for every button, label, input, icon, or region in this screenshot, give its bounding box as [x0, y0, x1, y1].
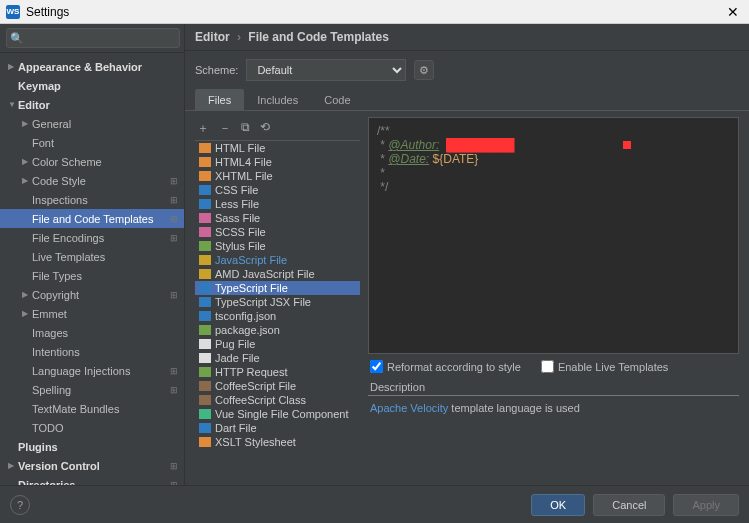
sidebar-item-live-templates[interactable]: Live Templates — [0, 247, 184, 266]
sidebar-item-label: TODO — [32, 422, 178, 434]
breadcrumb: Editor › File and Code Templates — [185, 24, 749, 51]
sidebar-item-appearance-behavior[interactable]: Appearance & Behavior — [0, 57, 184, 76]
template-item-jade-file[interactable]: Jade File — [195, 351, 360, 365]
cancel-button[interactable]: Cancel — [593, 494, 665, 516]
template-item-label: HTML File — [215, 142, 265, 154]
sidebar-item-label: Version Control — [18, 460, 166, 472]
titlebar: WS Settings ✕ — [0, 0, 749, 24]
sidebar-item-label: Intentions — [32, 346, 178, 358]
breadcrumb-b: File and Code Templates — [248, 30, 388, 44]
template-item-label: XSLT Stylesheet — [215, 436, 296, 448]
sidebar-item-general[interactable]: General — [0, 114, 184, 133]
sidebar-item-label: TextMate Bundles — [32, 403, 178, 415]
template-item-label: package.json — [215, 324, 280, 336]
sidebar-item-language-injections[interactable]: Language Injections⊞ — [0, 361, 184, 380]
scheme-gear-button[interactable]: ⚙ — [414, 60, 434, 80]
template-item-label: HTTP Request — [215, 366, 288, 378]
search-input[interactable] — [6, 28, 180, 48]
reformat-checkbox[interactable]: Reformat according to style — [370, 360, 521, 373]
template-item-pug-file[interactable]: Pug File — [195, 337, 360, 351]
tab-includes[interactable]: Includes — [244, 89, 311, 110]
sidebar-item-file-types[interactable]: File Types — [0, 266, 184, 285]
tab-code[interactable]: Code — [311, 89, 363, 110]
sidebar-item-intentions[interactable]: Intentions — [0, 342, 184, 361]
template-item-less-file[interactable]: Less File — [195, 197, 360, 211]
sidebar-item-directories[interactable]: Directories⊞ — [0, 475, 184, 485]
sidebar-item-label: Spelling — [32, 384, 166, 396]
sidebar-item-font[interactable]: Font — [0, 133, 184, 152]
sidebar-item-plugins[interactable]: Plugins — [0, 437, 184, 456]
enable-live-templates-checkbox[interactable]: Enable Live Templates — [541, 360, 668, 373]
template-item-amd-javascript-file[interactable]: AMD JavaScript File — [195, 267, 360, 281]
template-item-typescript-file[interactable]: TypeScript File — [195, 281, 360, 295]
sidebar-item-version-control[interactable]: Version Control⊞ — [0, 456, 184, 475]
sidebar: 🔍 Appearance & BehaviorKeymapEditorGener… — [0, 24, 185, 485]
template-item-label: CoffeeScript File — [215, 380, 296, 392]
sidebar-item-todo[interactable]: TODO — [0, 418, 184, 437]
tab-files[interactable]: Files — [195, 89, 244, 110]
sidebar-item-emmet[interactable]: Emmet — [0, 304, 184, 323]
file-type-icon — [199, 395, 211, 405]
template-editor[interactable]: /** * @Author: ████████ * @Date: ${DATE}… — [368, 117, 739, 354]
help-button[interactable]: ? — [10, 495, 30, 515]
template-item-coffeescript-file[interactable]: CoffeeScript File — [195, 379, 360, 393]
ok-button[interactable]: OK — [531, 494, 585, 516]
template-item-css-file[interactable]: CSS File — [195, 183, 360, 197]
sidebar-item-label: File Types — [32, 270, 178, 282]
chevron-down-icon — [8, 100, 18, 109]
template-item-scss-file[interactable]: SCSS File — [195, 225, 360, 239]
velocity-link[interactable]: Apache Velocity — [370, 402, 448, 414]
project-scope-icon: ⊞ — [170, 461, 178, 471]
template-item-javascript-file[interactable]: JavaScript File — [195, 253, 360, 267]
sidebar-item-editor[interactable]: Editor — [0, 95, 184, 114]
sidebar-item-images[interactable]: Images — [0, 323, 184, 342]
template-item-xslt-stylesheet[interactable]: XSLT Stylesheet — [195, 435, 360, 449]
description-box: Apache Velocity template language is use… — [368, 395, 739, 475]
sidebar-item-spelling[interactable]: Spelling⊞ — [0, 380, 184, 399]
file-type-icon — [199, 297, 211, 307]
template-item-sass-file[interactable]: Sass File — [195, 211, 360, 225]
sidebar-item-textmate-bundles[interactable]: TextMate Bundles — [0, 399, 184, 418]
template-item-coffeescript-class[interactable]: CoffeeScript Class — [195, 393, 360, 407]
template-item-package-json[interactable]: package.json — [195, 323, 360, 337]
file-type-icon — [199, 409, 211, 419]
template-filelist: HTML FileHTML4 FileXHTML FileCSS FileLes… — [195, 141, 360, 475]
sidebar-item-label: Color Scheme — [32, 156, 178, 168]
sidebar-item-label: Editor — [18, 99, 178, 111]
sidebar-item-keymap[interactable]: Keymap — [0, 76, 184, 95]
template-item-stylus-file[interactable]: Stylus File — [195, 239, 360, 253]
sidebar-item-label: Keymap — [18, 80, 178, 92]
project-scope-icon: ⊞ — [170, 480, 178, 486]
template-item-xhtml-file[interactable]: XHTML File — [195, 169, 360, 183]
sidebar-item-color-scheme[interactable]: Color Scheme — [0, 152, 184, 171]
chevron-right-icon — [22, 176, 32, 185]
template-item-http-request[interactable]: HTTP Request — [195, 365, 360, 379]
template-item-label: CSS File — [215, 184, 258, 196]
template-item-typescript-jsx-file[interactable]: TypeScript JSX File — [195, 295, 360, 309]
description-label: Description — [368, 379, 739, 395]
template-item-label: XHTML File — [215, 170, 273, 182]
undo-icon[interactable]: ⟲ — [260, 120, 270, 137]
template-item-html-file[interactable]: HTML File — [195, 141, 360, 155]
main-panel: Editor › File and Code Templates Scheme:… — [185, 24, 749, 485]
template-item-dart-file[interactable]: Dart File — [195, 421, 360, 435]
sidebar-item-inspections[interactable]: Inspections⊞ — [0, 190, 184, 209]
sidebar-item-file-encodings[interactable]: File Encodings⊞ — [0, 228, 184, 247]
sidebar-item-file-and-code-templates[interactable]: File and Code Templates⊞ — [0, 209, 184, 228]
chevron-right-icon — [22, 157, 32, 166]
sidebar-item-copyright[interactable]: Copyright⊞ — [0, 285, 184, 304]
apply-button[interactable]: Apply — [673, 494, 739, 516]
chevron-right-icon: › — [237, 30, 241, 44]
template-item-tsconfig-json[interactable]: tsconfig.json — [195, 309, 360, 323]
search-icon: 🔍 — [10, 32, 24, 45]
template-item-html4-file[interactable]: HTML4 File — [195, 155, 360, 169]
breadcrumb-a: Editor — [195, 30, 230, 44]
scheme-select[interactable]: Default — [246, 59, 406, 81]
close-icon[interactable]: ✕ — [723, 4, 743, 20]
sidebar-item-code-style[interactable]: Code Style⊞ — [0, 171, 184, 190]
add-icon[interactable]: ＋ — [197, 120, 209, 137]
template-item-vue-single-file-component[interactable]: Vue Single File Component — [195, 407, 360, 421]
remove-icon[interactable]: － — [219, 120, 231, 137]
sidebar-item-label: Plugins — [18, 441, 178, 453]
copy-icon[interactable]: ⧉ — [241, 120, 250, 137]
